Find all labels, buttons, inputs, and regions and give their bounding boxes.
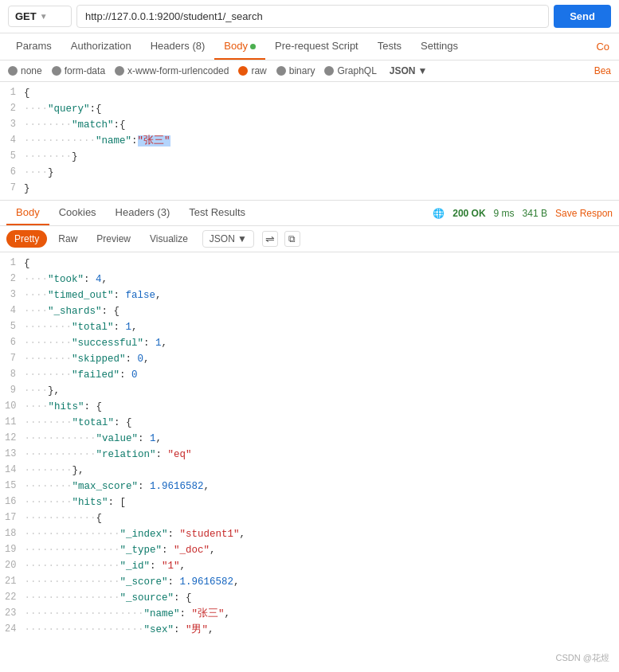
tab-pre-request[interactable]: Pre-request Script — [265, 33, 368, 60]
globe-icon: 🌐 — [433, 208, 445, 219]
radio-graphql-icon — [324, 66, 334, 76]
option-binary-label: binary — [289, 65, 315, 76]
response-line: 2 ····"took": 4, — [0, 272, 619, 287]
response-line: 11 ········"total": { — [0, 415, 619, 431]
tab-authorization[interactable]: Authorization — [61, 33, 141, 60]
wrap-icon[interactable]: ⇌ — [262, 231, 278, 247]
option-form-data[interactable]: form-data — [52, 65, 105, 76]
option-raw[interactable]: raw — [238, 65, 266, 76]
response-json-label: JSON — [210, 233, 235, 244]
response-line: 22 ················"_source": { — [0, 590, 619, 606]
response-line: 16 ········"hits": [ — [0, 494, 619, 510]
request-tabs: Params Authorization Headers (8) Body Pr… — [0, 33, 619, 61]
response-line: 18 ················"_index": "student1", — [0, 526, 619, 542]
body-dot — [250, 44, 256, 49]
tab-tests[interactable]: Tests — [368, 33, 411, 60]
tab-overflow[interactable]: Co — [593, 34, 613, 59]
response-line: 17 ············{ — [0, 510, 619, 526]
radio-none-icon — [8, 66, 18, 76]
response-line: 24 ····················"sex": "男", — [0, 622, 619, 635]
response-line: 13 ············"relation": "eq" — [0, 447, 619, 463]
response-line: 7 ········"skipped": 0, — [0, 351, 619, 367]
radio-form-data-icon — [52, 66, 61, 76]
response-line: 15 ········"max_score": 1.9616582, — [0, 479, 619, 494]
response-line: 12 ············"value": 1, — [0, 431, 619, 447]
format-raw-button[interactable]: Raw — [50, 230, 85, 248]
json-dropdown-label: JSON — [390, 65, 416, 76]
response-line: 14 ········}, — [0, 463, 619, 479]
response-time: 9 ms — [494, 208, 515, 219]
status-code: 200 OK — [452, 208, 485, 219]
response-line: 9 ····}, — [0, 383, 619, 399]
option-raw-label: raw — [251, 65, 266, 76]
method-chevron-icon: ▼ — [40, 12, 48, 21]
response-line: 10 ····"hits": { — [0, 399, 619, 415]
radio-raw-icon — [238, 66, 248, 76]
option-form-data-label: form-data — [65, 65, 105, 76]
option-none[interactable]: none — [8, 65, 42, 76]
tab-params[interactable]: Params — [6, 33, 61, 60]
option-graphql-label: GraphQL — [337, 65, 376, 76]
response-line: 4 ····"_shards": { — [0, 303, 619, 319]
response-line: 21 ················"_score": 1.9616582, — [0, 574, 619, 590]
response-line: 3 ····"timed_out": false, — [0, 287, 619, 303]
code-line: 7 } — [0, 181, 619, 197]
radio-binary-icon — [276, 66, 286, 76]
body-options: none form-data x-www-form-urlencoded raw… — [0, 61, 619, 82]
method-label: GET — [15, 10, 37, 22]
tab-settings[interactable]: Settings — [411, 33, 468, 60]
response-json-dropdown[interactable]: JSON ▼ — [202, 230, 254, 248]
option-urlencoded-label: x-www-form-urlencoded — [127, 65, 229, 76]
url-input[interactable] — [76, 5, 549, 28]
code-line: 2 ····"query":{ — [0, 101, 619, 117]
format-pretty-button[interactable]: Pretty — [6, 230, 47, 248]
response-line: 19 ················"_type": "_doc", — [0, 542, 619, 558]
option-none-label: none — [21, 65, 42, 76]
response-tabs: Body Cookies Headers (3) Test Results 🌐 … — [0, 201, 619, 226]
option-graphql[interactable]: GraphQL — [324, 65, 376, 76]
response-tab-cookies[interactable]: Cookies — [49, 201, 106, 225]
json-dropdown[interactable]: JSON ▼ — [390, 65, 428, 76]
request-code-editor[interactable]: 1 { 2 ····"query":{ 3 ········"match":{ … — [0, 82, 619, 201]
copy-icon[interactable]: ⧉ — [284, 231, 300, 247]
response-line: 20 ················"_id": "1", — [0, 558, 619, 574]
response-format-row: Pretty Raw Preview Visualize JSON ▼ ⇌ ⧉ — [0, 226, 619, 252]
code-line: 4 ············"name":"张三" — [0, 133, 619, 149]
option-binary[interactable]: binary — [276, 65, 315, 76]
url-bar: GET ▼ Send — [0, 0, 619, 33]
response-tab-test-results[interactable]: Test Results — [179, 201, 255, 225]
response-json-chevron-icon: ▼ — [237, 233, 247, 244]
method-select[interactable]: GET ▼ — [8, 6, 72, 27]
json-dropdown-chevron-icon: ▼ — [418, 65, 428, 76]
format-visualize-button[interactable]: Visualize — [142, 230, 196, 248]
code-line: 1 { — [0, 85, 619, 101]
format-preview-button[interactable]: Preview — [88, 230, 139, 248]
beautify-button[interactable]: Bea — [594, 65, 611, 76]
response-tab-headers[interactable]: Headers (3) — [106, 201, 180, 225]
option-urlencoded[interactable]: x-www-form-urlencoded — [115, 65, 229, 76]
code-line: 5 ········} — [0, 149, 619, 165]
code-line: 6 ····} — [0, 165, 619, 181]
response-line: 5 ········"total": 1, — [0, 319, 619, 335]
send-button[interactable]: Send — [554, 5, 611, 28]
response-tab-body[interactable]: Body — [6, 201, 49, 225]
radio-urlencoded-icon — [115, 66, 124, 76]
response-line: 23 ····················"name": "张三", — [0, 606, 619, 622]
save-response-button[interactable]: Save Respon — [555, 208, 613, 219]
response-size: 341 B — [523, 208, 547, 219]
response-line: 1 { — [0, 256, 619, 272]
response-body: 1 { 2 ····"took": 4, 3 ····"timed_out": … — [0, 252, 619, 635]
response-line: 6 ········"successful": 1, — [0, 335, 619, 351]
tab-headers[interactable]: Headers (8) — [141, 33, 215, 60]
response-line: 8 ········"failed": 0 — [0, 367, 619, 383]
tab-body[interactable]: Body — [214, 33, 265, 60]
code-line: 3 ········"match":{ — [0, 117, 619, 133]
response-status: 🌐 200 OK 9 ms 341 B Save Respon — [433, 208, 613, 219]
